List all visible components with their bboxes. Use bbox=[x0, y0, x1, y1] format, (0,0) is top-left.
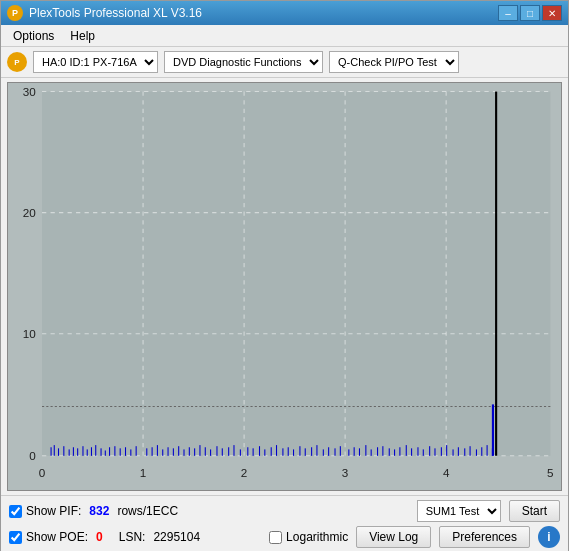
svg-rect-28 bbox=[82, 446, 83, 456]
svg-rect-51 bbox=[205, 447, 206, 456]
chart-container: 30 20 10 0 0 1 2 3 4 5 bbox=[7, 82, 562, 491]
svg-text:5: 5 bbox=[547, 466, 554, 479]
svg-text:20: 20 bbox=[23, 206, 36, 219]
svg-rect-24 bbox=[63, 446, 64, 456]
svg-rect-58 bbox=[247, 447, 248, 456]
svg-rect-84 bbox=[399, 447, 400, 456]
svg-rect-101 bbox=[492, 404, 494, 455]
title-bar-left: P PlexTools Professional XL V3.16 bbox=[7, 5, 202, 21]
svg-rect-86 bbox=[411, 448, 412, 455]
svg-rect-42 bbox=[157, 445, 158, 456]
control-row-2: Show POE: 0 LSN: 2295104 Logarithmic Vie… bbox=[9, 526, 560, 548]
svg-rect-43 bbox=[162, 449, 163, 455]
pif-value: 832 bbox=[89, 504, 109, 518]
title-bar: P PlexTools Professional XL V3.16 – □ ✕ bbox=[1, 1, 568, 25]
show-pif-checkbox-label[interactable]: Show PIF: bbox=[9, 504, 81, 518]
preferences-button[interactable]: Preferences bbox=[439, 526, 530, 548]
show-poe-checkbox-label[interactable]: Show POE: bbox=[9, 530, 88, 544]
svg-rect-97 bbox=[476, 449, 477, 455]
svg-rect-96 bbox=[470, 446, 471, 456]
function-select[interactable]: DVD Diagnostic Functions bbox=[164, 51, 323, 73]
start-button[interactable]: Start bbox=[509, 500, 560, 522]
svg-rect-62 bbox=[271, 447, 272, 456]
test-select[interactable]: Q-Check PI/PO Test bbox=[329, 51, 459, 73]
svg-rect-54 bbox=[222, 448, 223, 455]
device-icon: P bbox=[7, 52, 27, 72]
svg-rect-50 bbox=[199, 445, 200, 456]
svg-text:0: 0 bbox=[39, 466, 46, 479]
svg-rect-64 bbox=[282, 448, 283, 455]
logarithmic-checkbox-label[interactable]: Logarithmic bbox=[269, 530, 348, 544]
svg-rect-0 bbox=[42, 92, 550, 456]
svg-rect-95 bbox=[464, 448, 465, 455]
close-button[interactable]: ✕ bbox=[542, 5, 562, 21]
svg-rect-78 bbox=[365, 445, 366, 456]
svg-rect-21 bbox=[51, 447, 52, 456]
window-title: PlexTools Professional XL V3.16 bbox=[29, 6, 202, 20]
show-pif-checkbox[interactable] bbox=[9, 505, 22, 518]
svg-text:0: 0 bbox=[29, 449, 36, 462]
svg-rect-68 bbox=[305, 448, 306, 455]
svg-rect-40 bbox=[146, 448, 147, 455]
sum-test-select[interactable]: SUM1 Test SUM8 Test bbox=[417, 500, 501, 522]
svg-rect-30 bbox=[91, 447, 92, 456]
svg-text:10: 10 bbox=[23, 327, 36, 340]
svg-rect-73 bbox=[334, 448, 335, 455]
svg-rect-39 bbox=[136, 446, 137, 456]
svg-rect-53 bbox=[216, 446, 217, 456]
svg-rect-92 bbox=[446, 445, 447, 456]
device-select[interactable]: HA:0 ID:1 PX-716A bbox=[33, 51, 158, 73]
svg-rect-44 bbox=[168, 447, 169, 456]
logarithmic-label: Logarithmic bbox=[286, 530, 348, 544]
svg-rect-65 bbox=[288, 447, 289, 456]
svg-rect-45 bbox=[173, 448, 174, 455]
svg-rect-57 bbox=[240, 449, 241, 455]
lsn-label: LSN: bbox=[119, 530, 146, 544]
svg-rect-91 bbox=[441, 447, 442, 456]
svg-rect-74 bbox=[340, 446, 341, 456]
svg-rect-46 bbox=[178, 446, 179, 456]
svg-rect-77 bbox=[359, 448, 360, 455]
svg-rect-31 bbox=[95, 445, 96, 456]
svg-rect-29 bbox=[87, 449, 88, 455]
show-pif-label: Show PIF: bbox=[26, 504, 81, 518]
maximize-button[interactable]: □ bbox=[520, 5, 540, 21]
svg-rect-76 bbox=[354, 447, 355, 456]
info-button[interactable]: i bbox=[538, 526, 560, 548]
svg-rect-37 bbox=[125, 447, 126, 456]
svg-rect-26 bbox=[73, 447, 74, 456]
svg-rect-90 bbox=[434, 448, 435, 455]
poe-value: 0 bbox=[96, 530, 103, 544]
svg-rect-87 bbox=[417, 447, 418, 456]
svg-rect-56 bbox=[233, 445, 234, 456]
svg-rect-85 bbox=[406, 445, 407, 456]
svg-rect-60 bbox=[259, 446, 260, 456]
show-poe-label: Show POE: bbox=[26, 530, 88, 544]
view-log-button[interactable]: View Log bbox=[356, 526, 431, 548]
svg-rect-75 bbox=[348, 449, 349, 455]
svg-text:3: 3 bbox=[342, 466, 349, 479]
app-window: P PlexTools Professional XL V3.16 – □ ✕ … bbox=[0, 0, 569, 551]
svg-rect-52 bbox=[210, 449, 211, 455]
svg-rect-70 bbox=[316, 445, 317, 456]
svg-text:2: 2 bbox=[241, 466, 248, 479]
svg-rect-59 bbox=[253, 448, 254, 455]
svg-rect-81 bbox=[382, 446, 383, 456]
svg-rect-80 bbox=[377, 447, 378, 456]
svg-rect-38 bbox=[130, 449, 131, 455]
control-row-1: Show PIF: 832 rows/1ECC SUM1 Test SUM8 T… bbox=[9, 500, 560, 522]
show-poe-checkbox[interactable] bbox=[9, 531, 22, 544]
svg-rect-94 bbox=[458, 447, 459, 456]
rows-label: rows/1ECC bbox=[117, 504, 178, 518]
menu-help[interactable]: Help bbox=[62, 27, 103, 45]
svg-rect-22 bbox=[54, 445, 55, 456]
svg-rect-71 bbox=[323, 449, 324, 455]
menu-options[interactable]: Options bbox=[5, 27, 62, 45]
logarithmic-checkbox[interactable] bbox=[269, 531, 282, 544]
lsn-value: 2295104 bbox=[153, 530, 200, 544]
svg-rect-36 bbox=[120, 448, 121, 455]
svg-rect-33 bbox=[105, 450, 106, 455]
svg-rect-83 bbox=[394, 449, 395, 455]
svg-rect-99 bbox=[487, 445, 488, 456]
minimize-button[interactable]: – bbox=[498, 5, 518, 21]
